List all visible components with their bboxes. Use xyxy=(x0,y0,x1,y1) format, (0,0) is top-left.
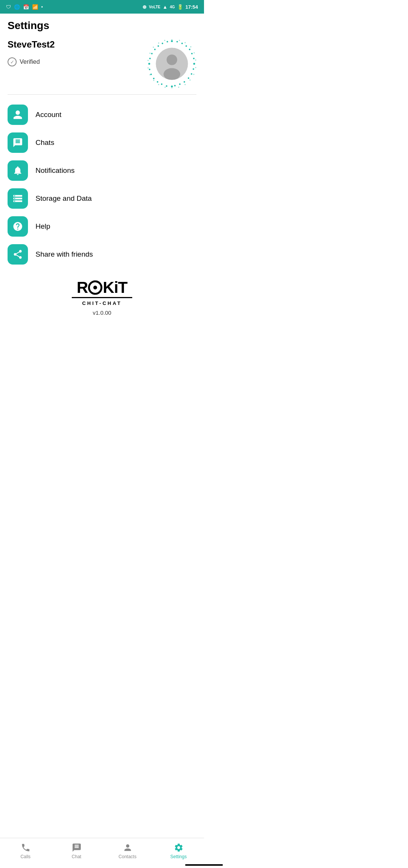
storage-label: Storage and Data xyxy=(36,194,92,203)
bluetooth-icon: ⊛ xyxy=(142,4,147,10)
battery-icon: 🔋 xyxy=(177,4,183,10)
svg-point-4 xyxy=(189,49,190,50)
profile-name: SteveTest2 xyxy=(8,39,147,50)
bell-icon xyxy=(12,165,23,176)
menu-item-notifications[interactable]: Notifications xyxy=(8,157,196,185)
volte-icon: VoLTE xyxy=(149,5,160,9)
svg-point-42 xyxy=(153,80,155,81)
main-content: Settings SteveTest2 ✓ Verified xyxy=(0,14,204,323)
calendar-icon: 📅 xyxy=(23,4,29,10)
chats-icon-bg xyxy=(8,132,28,153)
svg-point-31 xyxy=(190,46,192,48)
profile-info: SteveTest2 ✓ Verified xyxy=(8,39,147,66)
wifi-icon: ▲ xyxy=(163,4,168,10)
svg-point-40 xyxy=(165,87,166,88)
menu-item-storage[interactable]: Storage and Data xyxy=(8,185,196,212)
svg-point-9 xyxy=(191,73,192,75)
profile-section: SteveTest2 ✓ Verified xyxy=(8,39,196,88)
svg-point-26 xyxy=(162,43,163,44)
avatar-person-icon xyxy=(156,48,188,80)
svg-point-16 xyxy=(161,83,162,85)
share-label: Share with friends xyxy=(36,250,93,259)
menu-list: Account Chats Notifications xyxy=(8,101,196,268)
logo-brand: R KiT CHIT-CHAT xyxy=(72,280,132,306)
svg-point-0 xyxy=(171,40,173,42)
svg-point-20 xyxy=(149,69,150,70)
logo-text: R KiT xyxy=(77,280,127,295)
menu-item-chats[interactable]: Chats xyxy=(8,129,196,157)
svg-point-11 xyxy=(184,81,185,83)
svg-point-39 xyxy=(172,88,173,89)
svg-point-37 xyxy=(185,84,186,85)
svg-point-18 xyxy=(153,78,155,79)
chat-bubble-icon xyxy=(12,137,23,148)
storage-icon-bg xyxy=(8,188,28,209)
svg-point-2 xyxy=(181,43,183,44)
svg-point-45 xyxy=(148,60,149,61)
svg-point-21 xyxy=(148,63,150,65)
help-circle-icon xyxy=(12,221,23,232)
cellular-icon: 4G xyxy=(170,5,175,9)
version-label: v1.0.00 xyxy=(93,309,111,316)
avatar xyxy=(156,48,188,80)
avatar-container[interactable] xyxy=(147,39,196,88)
svg-point-46 xyxy=(150,53,151,54)
help-label: Help xyxy=(36,222,50,231)
verified-row: ✓ Verified xyxy=(8,57,147,66)
share-icon xyxy=(12,249,23,260)
svg-point-8 xyxy=(193,68,194,70)
svg-point-30 xyxy=(185,42,186,43)
svg-point-36 xyxy=(190,80,191,81)
svg-point-32 xyxy=(194,52,195,54)
account-icon-bg xyxy=(8,105,28,125)
account-label: Account xyxy=(36,111,62,119)
signal-icon: 📶 xyxy=(32,4,38,10)
status-icons-right: ⊛ VoLTE ▲ 4G 🔋 17:54 xyxy=(142,4,198,10)
svg-point-28 xyxy=(172,39,173,40)
svg-point-27 xyxy=(167,41,168,43)
svg-point-43 xyxy=(150,74,151,75)
svg-point-15 xyxy=(166,85,167,87)
notifications-label: Notifications xyxy=(36,166,75,175)
menu-item-help[interactable]: Help xyxy=(8,212,196,240)
help-icon-bg xyxy=(8,216,28,237)
svg-point-52 xyxy=(164,68,180,80)
svg-point-44 xyxy=(148,68,149,69)
logo-kit: KiT xyxy=(103,280,127,295)
svg-point-48 xyxy=(158,43,159,44)
svg-point-14 xyxy=(171,86,173,88)
svg-point-6 xyxy=(193,58,195,59)
verified-label: Verified xyxy=(20,58,40,65)
person-icon xyxy=(12,109,23,120)
svg-point-33 xyxy=(195,60,196,61)
shield-icon: 🛡 xyxy=(6,4,11,10)
svg-point-38 xyxy=(178,87,179,88)
chats-label: Chats xyxy=(36,139,54,147)
svg-point-17 xyxy=(157,81,158,83)
svg-point-51 xyxy=(167,55,177,65)
svg-point-35 xyxy=(193,74,195,75)
svg-point-47 xyxy=(153,47,154,48)
status-bar: 🛡 🌐 📅 📶 • ⊛ VoLTE ▲ 4G 🔋 17:54 xyxy=(0,0,204,14)
svg-point-24 xyxy=(154,49,156,50)
svg-point-25 xyxy=(158,45,159,47)
time-display: 17:54 xyxy=(185,4,198,10)
dot-icon: • xyxy=(41,4,43,10)
logo-r: R xyxy=(77,280,88,295)
menu-item-account[interactable]: Account xyxy=(8,101,196,129)
profile-divider xyxy=(8,94,196,95)
status-icons-left: 🛡 🌐 📅 📶 • xyxy=(6,4,43,10)
menu-item-share[interactable]: Share with friends xyxy=(8,240,196,268)
svg-point-34 xyxy=(195,67,196,68)
page-title: Settings xyxy=(8,20,196,32)
logo-subtitle: CHIT-CHAT xyxy=(82,300,122,306)
logo-subtitle-container: CHIT-CHAT xyxy=(72,297,132,306)
svg-point-3 xyxy=(185,45,187,47)
svg-point-23 xyxy=(151,53,153,54)
svg-point-10 xyxy=(188,77,189,79)
svg-point-49 xyxy=(164,40,165,41)
storage-icon xyxy=(12,193,23,204)
svg-point-41 xyxy=(158,84,159,85)
svg-point-1 xyxy=(176,41,178,43)
svg-point-7 xyxy=(193,63,195,65)
